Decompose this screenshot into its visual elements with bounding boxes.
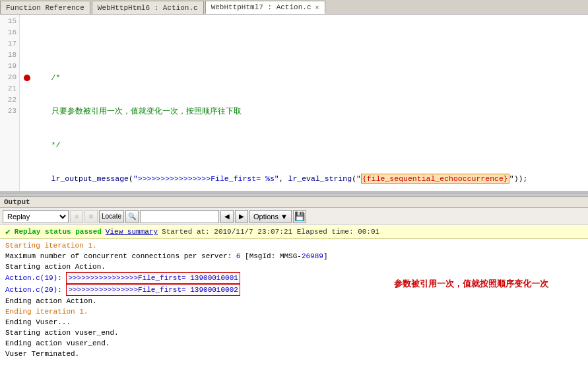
- line-numbers: 15 16 17 18 19 20 21 22 23: [0, 15, 20, 191]
- code-line-19: lr_output_message(">>>>>>>>>>>>>>>>File_…: [24, 173, 584, 184]
- log-line-3: Starting action Action.: [5, 261, 583, 272]
- log-line-8: Ending Vuser...: [5, 317, 583, 328]
- log-line-7: Ending iteration 1.: [5, 306, 583, 317]
- code-line-16: /*: [24, 72, 584, 83]
- log-line-5: Action.c(20): >>>>>>>>>>>>>>>>File_first…: [5, 284, 583, 296]
- prev-button[interactable]: ◀: [220, 210, 234, 223]
- started-text: Started at: 2019/11/7 23:07:21 Elapsed t…: [162, 228, 379, 236]
- close-tab-icon[interactable]: ✕: [315, 3, 319, 11]
- stop-button[interactable]: ■: [70, 210, 83, 223]
- tab-webhttphtml7[interactable]: WebHttpHtml7 : Action.c ✕: [205, 1, 325, 14]
- next-button[interactable]: ▶: [235, 210, 248, 223]
- output-panel: Output Replay ■ ⏺ Locate 🔍 ◀ ▶ Options ▼…: [0, 197, 588, 381]
- code-line-17: 只要参数被引用一次，值就变化一次，按照顺序往下取: [24, 106, 584, 117]
- log-line-9: Starting action vuser_end.: [5, 328, 583, 338]
- code-content[interactable]: /* 只要参数被引用一次，值就变化一次，按照顺序往下取 */ lr_output…: [20, 15, 588, 191]
- tab-function-reference[interactable]: Function Reference: [0, 1, 90, 14]
- output-header: Output: [0, 197, 588, 208]
- search-button[interactable]: 🔍: [125, 210, 139, 223]
- output-toolbar: Replay ■ ⏺ Locate 🔍 ◀ ▶ Options ▼ 💾: [0, 208, 588, 225]
- view-summary-link[interactable]: View summary: [106, 228, 158, 236]
- code-line-15: [24, 38, 584, 50]
- log-line-6: Ending action Action.: [5, 296, 583, 306]
- log-line-1: Starting iteration 1.: [5, 240, 583, 251]
- status-check-icon: ✔: [5, 226, 11, 237]
- log-line-4: Action.c(19): >>>>>>>>>>>>>>>>File_first…: [5, 272, 583, 284]
- tab-webhttphtml6[interactable]: WebHttpHtml6 : Action.c: [92, 1, 204, 14]
- status-passed-text: Replay status passed: [15, 228, 102, 236]
- code-line-18: */: [24, 139, 584, 151]
- log-line-2: Maximum number of concurrent connections…: [5, 251, 583, 261]
- options-button[interactable]: Options ▼: [249, 210, 292, 223]
- locate-button[interactable]: Locate: [99, 210, 124, 223]
- replay-dropdown[interactable]: Replay: [3, 210, 69, 223]
- editor-area: 15 16 17 18 19 20 21 22 23 /* 只要参数被引用一次，…: [0, 15, 588, 193]
- tabs-bar: Function Reference WebHttpHtml6 : Action…: [0, 0, 588, 15]
- log-line-11: Vuser Terminated.: [5, 349, 583, 359]
- output-log[interactable]: Starting iteration 1. Maximum number of …: [0, 239, 588, 381]
- log-line-10: Ending action vuser_end.: [5, 338, 583, 349]
- record-button[interactable]: ⏺: [84, 210, 98, 223]
- status-bar: ✔ Replay status passed View summary Star…: [0, 225, 588, 239]
- search-input[interactable]: [140, 210, 219, 223]
- save-button[interactable]: 💾: [293, 210, 306, 223]
